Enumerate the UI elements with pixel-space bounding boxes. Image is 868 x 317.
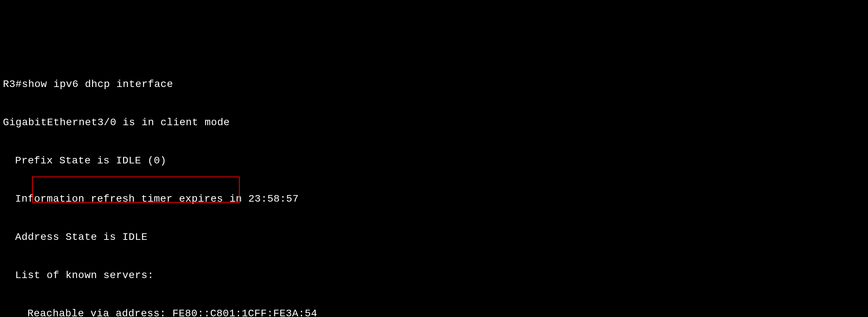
prefix-state-line: Prefix State is IDLE (0) [3,154,865,167]
command-text: show ipv6 dhcp interface [22,79,173,90]
interface-mode-line: GigabitEthernet3/0 is in client mode [3,116,865,129]
command-line: R3#show ipv6 dhcp interface [3,78,865,91]
prompt: R3# [3,79,22,90]
refresh-timer-line: Information refresh timer expires in 23:… [3,193,865,205]
reachable-line: Reachable via address: FE80::C801:1CFF:F… [3,307,865,317]
terminal-output: R3#show ipv6 dhcp interface GigabitEther… [3,52,865,317]
address-state-line: Address State is IDLE [3,231,865,243]
servers-header-line: List of known servers: [3,269,865,282]
